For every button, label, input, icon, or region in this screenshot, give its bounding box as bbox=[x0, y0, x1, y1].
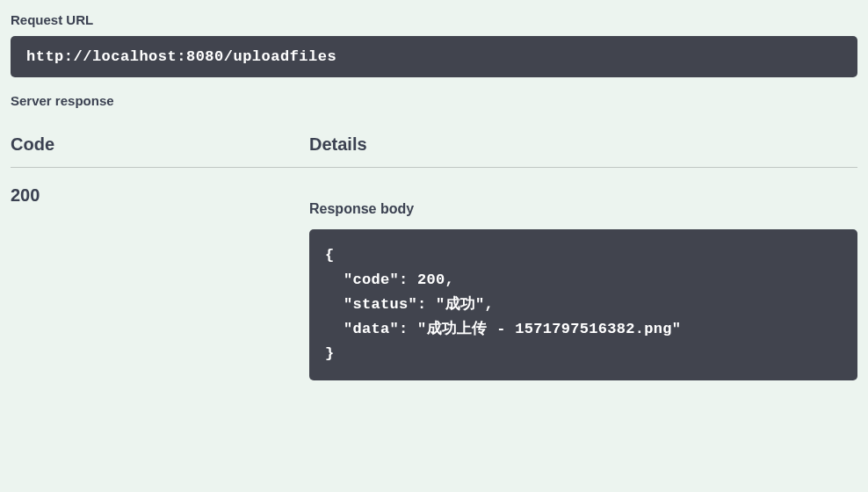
details-column-header: Details bbox=[309, 134, 857, 155]
swagger-response-panel: Request URL http://localhost:8080/upload… bbox=[0, 12, 868, 380]
response-header-row: Code Details bbox=[11, 134, 857, 168]
response-body-label: Response body bbox=[309, 201, 857, 217]
code-column-header: Code bbox=[11, 134, 309, 155]
response-row: 200 Response body { "code": 200, "status… bbox=[11, 185, 857, 380]
server-response-label: Server response bbox=[11, 93, 857, 108]
request-url-value: http://localhost:8080/uploadfiles bbox=[11, 36, 857, 77]
response-body-content: { "code": 200, "status": "成功", "data": "… bbox=[309, 229, 857, 380]
request-url-label: Request URL bbox=[11, 12, 857, 27]
response-code-value: 200 bbox=[11, 185, 309, 380]
response-details-column: Response body { "code": 200, "status": "… bbox=[309, 185, 857, 380]
